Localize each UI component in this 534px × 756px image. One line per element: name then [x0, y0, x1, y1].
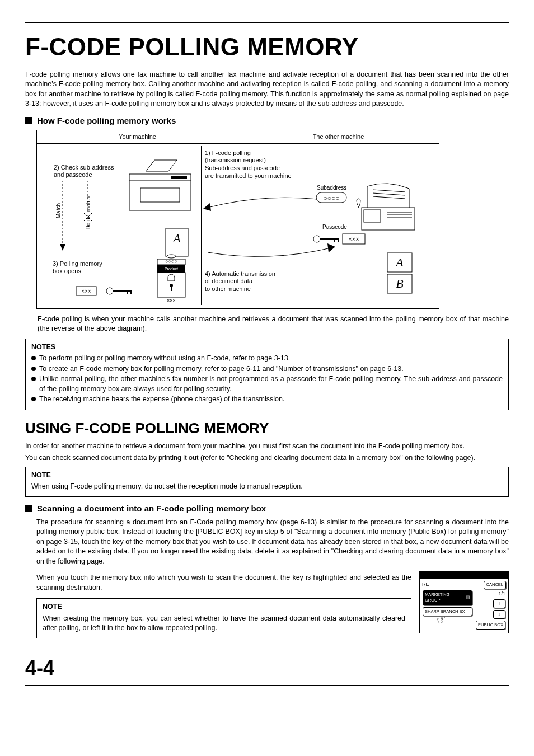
svg-rect-7 — [171, 176, 187, 179]
step3-line-b: box opens — [53, 267, 102, 275]
arrow-down-icon: ↓ — [498, 611, 501, 618]
match-arrows-illustration — [51, 181, 96, 253]
step3-line-a: 3) Polling memory — [53, 260, 102, 268]
svg-text:B: B — [396, 276, 403, 290]
documents-ab-illustration: A B — [384, 251, 423, 298]
step1-line-c: Sub-address and passcode — [205, 165, 292, 172]
subaddress-pill: ○○○○ — [316, 192, 349, 204]
svg-point-21 — [106, 288, 113, 294]
section2-p2: You can check scanned document data by p… — [25, 453, 509, 463]
note3-text: When creating the memory box, you can se… — [43, 614, 405, 633]
svg-rect-36 — [364, 210, 381, 222]
svg-text:A: A — [172, 231, 181, 245]
diagram-col-other-machine: The other machine — [238, 130, 439, 143]
step1-line-b: (transmission request) — [205, 157, 292, 165]
memory-box-item-1-label: MARKETING GROUP — [425, 592, 466, 604]
label-subaddress: Subaddress — [317, 184, 346, 192]
scroll-up-button[interactable]: ↑ — [493, 599, 505, 608]
step4-line-b: of document data — [205, 278, 275, 285]
note2-title: NOTE — [31, 471, 503, 481]
touchscreen-panel: RE CANCEL MARKETING GROUP ▤ SHARP BRANCH… — [419, 571, 509, 633]
subheading-how-works-text: How F-code polling memory works — [37, 115, 176, 126]
memory-box-item-1[interactable]: MARKETING GROUP ▤ — [423, 590, 472, 605]
notes-box-1: NOTES To perform polling or polling memo… — [25, 339, 509, 410]
svg-marker-25 — [203, 203, 211, 211]
diagram-container: Your machine The other machine 1) F-code… — [36, 130, 439, 309]
diagram-col-your-machine: Your machine — [37, 130, 238, 143]
transmission-arrows — [202, 198, 336, 265]
step2-line-b: and passcode — [54, 171, 114, 179]
doc-icon: ▤ — [466, 595, 470, 601]
note3-title: NOTE — [43, 602, 405, 612]
pager-label: 1/1 — [498, 590, 505, 598]
bottom-rule — [25, 685, 509, 686]
notes1-item-3: The receiving machine bears the expense … — [31, 395, 503, 405]
sub2-p1: The procedure for scanning a document in… — [36, 518, 509, 567]
svg-point-11 — [167, 255, 176, 258]
step2-line-a: 2) Check sub-address — [54, 164, 114, 172]
subheading-scanning-text: Scanning a document into an F-code polli… — [37, 503, 266, 514]
note-box-3: NOTE When creating the memory box, you c… — [36, 598, 411, 638]
post-diagram-paragraph: F-code polling is when your machine call… — [38, 314, 509, 334]
notes1-item-2: Unlike normal polling, the other machine… — [31, 374, 503, 394]
intro-paragraph: F-code polling memory allows one fax mac… — [25, 70, 509, 109]
key-passcode-illustration: ××× — [76, 284, 143, 301]
step1-line-d: are transmitted to your machine — [205, 172, 292, 180]
step1-line-a: 1) F-code polling — [205, 149, 292, 157]
panel-re-label: RE — [422, 581, 429, 589]
scroll-down-button[interactable]: ↓ — [493, 610, 505, 619]
note2-text: When using F-code polling memory, do not… — [31, 482, 503, 492]
notes1-item-0: To perform polling or polling memory wit… — [31, 354, 503, 364]
page-title: F-CODE POLLING MEMORY — [25, 30, 509, 64]
step4-line-a: 4) Automatic transmission — [205, 270, 275, 278]
svg-marker-1 — [60, 244, 65, 251]
fax-illustration — [356, 181, 423, 237]
notes1-title: NOTES — [31, 342, 503, 353]
step4-line-c: to other machine — [205, 285, 275, 293]
svg-text:○○○○: ○○○○ — [165, 259, 177, 264]
svg-text:A: A — [395, 255, 404, 269]
inner-divider — [201, 146, 202, 305]
note-box-2: NOTE When using F-code polling memory, d… — [25, 467, 509, 497]
arrow-up-icon: ↑ — [498, 600, 501, 608]
svg-point-29 — [313, 236, 320, 242]
copier-illustration — [124, 157, 202, 219]
label-passcode: Passcode — [322, 223, 347, 231]
subheading-how-works: How F-code polling memory works — [25, 115, 509, 126]
notes1-item-1: To create an F-code memory box for polli… — [31, 364, 503, 374]
subheading-scanning: Scanning a document into an F-code polli… — [25, 503, 509, 514]
svg-text:○○○○: ○○○○ — [324, 194, 340, 202]
memory-box-item-2[interactable]: SHARP BRANCH BX — [423, 607, 472, 617]
svg-text:×××: ××× — [81, 288, 91, 294]
page-number: 4-4 — [25, 654, 509, 682]
panel-header — [420, 571, 508, 579]
section2-title: USING F-CODE POLLING MEMORY — [25, 418, 509, 438]
cancel-button[interactable]: CANCEL — [484, 581, 506, 589]
public-box-button[interactable]: PUBLIC BOX — [476, 621, 505, 630]
section2-p1: In order for another machine to retrieve… — [25, 442, 509, 452]
svg-text:×××: ××× — [167, 298, 176, 303]
top-rule — [25, 22, 509, 23]
svg-rect-8 — [140, 188, 180, 202]
box-label-product-planning: Product Planning — [158, 266, 185, 278]
sub2-p2: When you touch the memory box into which… — [36, 573, 411, 593]
